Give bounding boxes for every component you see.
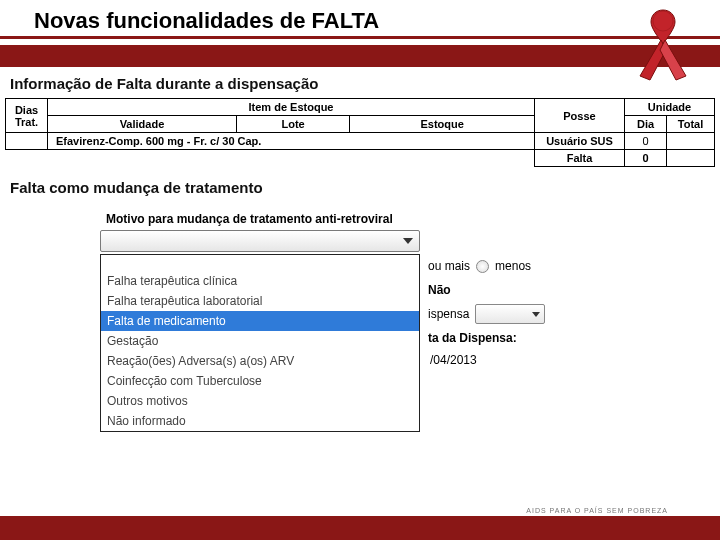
motivo-dropdown[interactable]: Falha terapêutica clínica Falha terapêut… <box>100 254 420 432</box>
dropdown-option[interactable]: Falha terapêutica laboratorial <box>101 291 419 311</box>
col-posse: Posse <box>535 99 625 133</box>
row-ispensa: ispensa <box>428 302 545 326</box>
dropdown-option[interactable]: Não informado <box>101 411 419 431</box>
label-data-dispensa: ta da Dispensa: <box>428 331 517 345</box>
section-1: Informação de Falta durante a dispensaçã… <box>0 67 720 98</box>
table-row: Efavirenz-Comp. 600 mg - Fr. c/ 30 Cap. … <box>6 133 715 150</box>
cell-item: Efavirenz-Comp. 600 mg - Fr. c/ 30 Cap. <box>48 133 535 150</box>
dropdown-option[interactable]: Reação(ões) Adversa(s) a(os) ARV <box>101 351 419 371</box>
motivo-label: Motivo para mudança de tratamento anti-r… <box>100 208 620 230</box>
row-nao: Não <box>428 278 545 302</box>
chevron-down-icon <box>403 238 413 244</box>
aids-ribbon-icon <box>628 4 698 84</box>
footer: AIDS PARA O PAÍS SEM POBREZA <box>0 505 720 540</box>
cell-dia: 0 <box>625 133 667 150</box>
col-total: Total <box>667 116 715 133</box>
dropdown-option[interactable]: Falha terapêutica clínica <box>101 271 419 291</box>
section-heading-1: Informação de Falta durante a dispensaçã… <box>10 75 710 92</box>
row-ou-mais: ou mais menos <box>428 254 545 278</box>
row-data: ta da Dispensa: <box>428 326 545 350</box>
dropdown-option[interactable] <box>101 255 419 271</box>
motivo-select[interactable] <box>100 230 420 252</box>
footer-slogan: AIDS PARA O PAÍS SEM POBREZA <box>0 505 720 516</box>
col-item-estoque: Item de Estoque <box>48 99 535 116</box>
col-dias-trat: Dias Trat. <box>6 99 48 133</box>
ispensa-select[interactable] <box>475 304 545 324</box>
col-estoque: Estoque <box>350 116 535 133</box>
col-dia: Dia <box>625 116 667 133</box>
dropdown-option[interactable]: Coinfecção com Tuberculose <box>101 371 419 391</box>
dropdown-option-selected[interactable]: Falta de medicamento <box>101 311 419 331</box>
slide-title: Novas funcionalidades de FALTA <box>34 8 720 34</box>
right-column: ou mais menos Não ispensa ta da Dispensa… <box>428 254 545 370</box>
cell-falta-value: 0 <box>625 150 667 167</box>
section-2: Falta como mudança de tratamento <box>0 171 720 202</box>
radio-menos[interactable] <box>476 260 489 273</box>
slide-title-wrap: Novas funcionalidades de FALTA <box>0 0 720 34</box>
footer-bar <box>0 516 720 540</box>
label-ou-mais: ou mais <box>428 259 470 273</box>
value-data: /04/2013 <box>430 353 477 367</box>
stock-table: Dias Trat. Item de Estoque Posse Unidade… <box>5 98 715 167</box>
table-row-falta: Falta 0 <box>6 150 715 167</box>
col-unidade: Unidade <box>625 99 715 116</box>
chevron-down-icon <box>532 312 540 317</box>
section-heading-2: Falta como mudança de tratamento <box>10 179 710 196</box>
dropdown-option[interactable]: Gestação <box>101 331 419 351</box>
col-validade: Validade <box>48 116 237 133</box>
dropdown-option[interactable]: Outros motivos <box>101 391 419 411</box>
label-menos: menos <box>495 259 531 273</box>
cell-falta-label: Falta <box>535 150 625 167</box>
cell-posse: Usuário SUS <box>535 133 625 150</box>
col-lote: Lote <box>236 116 350 133</box>
label-nao: Não <box>428 283 451 297</box>
label-ispensa: ispensa <box>428 307 469 321</box>
title-underline <box>0 36 720 39</box>
form-area: Motivo para mudança de tratamento anti-r… <box>100 208 620 252</box>
header-band <box>0 45 720 67</box>
row-data-value: /04/2013 <box>428 350 545 370</box>
